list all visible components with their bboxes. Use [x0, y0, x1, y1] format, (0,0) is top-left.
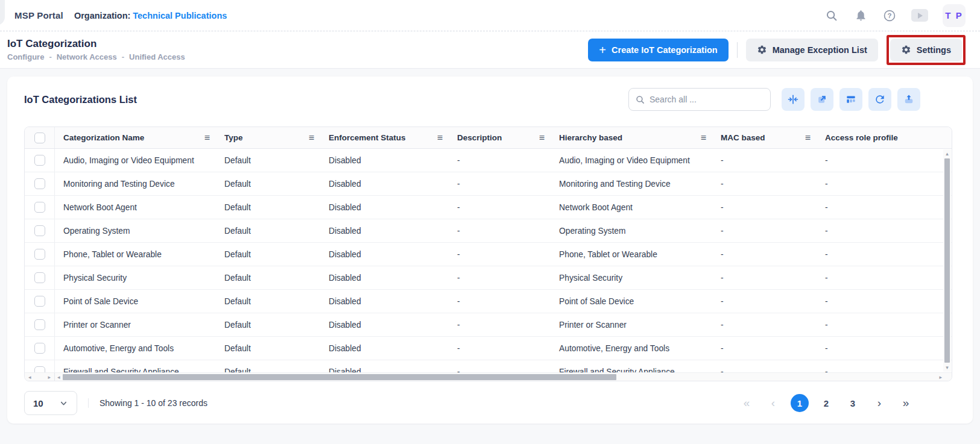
- settings-button[interactable]: Settings: [890, 39, 962, 61]
- scroll-left-icon[interactable]: ◂: [28, 373, 31, 381]
- cell-type: Default: [216, 180, 320, 189]
- gear-icon: [901, 45, 911, 55]
- create-iot-categorization-button[interactable]: + Create IoT Categorization: [588, 39, 728, 61]
- column-menu-icon[interactable]: ≡: [539, 133, 545, 143]
- row-checkbox-cell: [25, 196, 55, 219]
- bell-icon[interactable]: [853, 8, 868, 23]
- cell-name: Phone, Tablet or Wearable: [55, 250, 216, 259]
- row-checkbox[interactable]: [34, 225, 45, 236]
- row-checkbox-cell: [25, 149, 55, 172]
- export-icon[interactable]: [897, 88, 920, 111]
- search-icon: [635, 95, 645, 105]
- table-row[interactable]: Physical SecurityDefaultDisabled-Physica…: [25, 266, 952, 290]
- column-header-label: MAC based: [721, 133, 765, 142]
- avatar[interactable]: T P: [943, 4, 966, 27]
- row-checkbox[interactable]: [34, 272, 45, 283]
- cell-hierarchy: Phone, Tablet or Wearable: [551, 250, 712, 259]
- refresh-icon[interactable]: [868, 88, 891, 111]
- column-menu-icon[interactable]: ≡: [805, 133, 811, 143]
- column-menu-icon[interactable]: ≡: [204, 133, 210, 143]
- column-header[interactable]: Description≡: [449, 133, 551, 143]
- cell-mac: -: [712, 344, 817, 353]
- horizontal-scrollbar-thumb[interactable]: [63, 374, 617, 380]
- cell-status: Disabled: [320, 320, 449, 330]
- column-header[interactable]: Categorization Name≡: [55, 133, 216, 143]
- row-checkbox[interactable]: [34, 249, 45, 260]
- row-checkbox[interactable]: [34, 155, 45, 166]
- column-header[interactable]: MAC based≡: [712, 133, 817, 143]
- table-row[interactable]: Firewall and Security ApplianceDefaultDi…: [25, 360, 952, 373]
- page-size-value: 10: [33, 398, 43, 408]
- cell-description: -: [449, 344, 551, 353]
- column-menu-icon[interactable]: ≡: [309, 133, 314, 143]
- open-in-new-icon[interactable]: [811, 88, 833, 111]
- table-row[interactable]: Operating SystemDefaultDisabled-Operatin…: [25, 219, 952, 243]
- cell-status: Disabled: [320, 227, 449, 236]
- column-header[interactable]: Enforcement Status≡: [320, 133, 449, 143]
- row-checkbox[interactable]: [34, 178, 45, 189]
- cell-hierarchy: Printer or Scanner: [551, 320, 712, 330]
- cell-hierarchy: Network Boot Agent: [551, 203, 712, 212]
- scroll-left-icon[interactable]: ◂: [57, 373, 60, 381]
- help-icon[interactable]: ?: [882, 8, 897, 23]
- previous-page-button: ‹: [764, 394, 782, 412]
- video-tutorial-icon[interactable]: [911, 9, 928, 22]
- cell-mac: -: [712, 250, 817, 259]
- cell-description: -: [449, 203, 551, 212]
- scroll-down-icon[interactable]: ▾: [946, 363, 949, 372]
- cell-description: -: [449, 274, 551, 283]
- cell-name: Automotive, Energy and Tools: [55, 344, 216, 353]
- collapse-columns-icon[interactable]: [782, 88, 805, 111]
- row-checkbox[interactable]: [34, 296, 45, 307]
- row-checkbox[interactable]: [34, 319, 45, 330]
- scroll-up-icon[interactable]: ▴: [946, 149, 949, 158]
- search-box[interactable]: [628, 88, 771, 111]
- row-checkbox[interactable]: [34, 202, 45, 213]
- columns-icon[interactable]: [839, 88, 862, 111]
- breadcrumb-item[interactable]: Network Access: [57, 52, 117, 61]
- column-header[interactable]: Access role profile: [817, 133, 949, 142]
- table-row[interactable]: Network Boot AgentDefaultDisabled-Networ…: [25, 196, 952, 219]
- cell-name: Operating System: [55, 227, 216, 236]
- cell-access: -: [817, 250, 949, 259]
- page-button[interactable]: 3: [844, 394, 862, 412]
- divider: [737, 42, 738, 58]
- column-menu-icon[interactable]: ≡: [701, 133, 706, 143]
- page-button[interactable]: 1: [791, 394, 809, 412]
- table-row[interactable]: Automotive, Energy and ToolsDefaultDisab…: [25, 337, 952, 360]
- cell-mac: -: [712, 297, 817, 306]
- scroll-right-icon[interactable]: ▸: [48, 373, 51, 381]
- table-row[interactable]: Point of Sale DeviceDefaultDisabled-Poin…: [25, 290, 952, 313]
- manage-exception-list-button[interactable]: Manage Exception List: [746, 39, 878, 61]
- table-row[interactable]: Phone, Tablet or WearableDefaultDisabled…: [25, 243, 952, 266]
- last-page-button[interactable]: »: [897, 394, 915, 412]
- vertical-scrollbar-thumb[interactable]: [944, 158, 950, 363]
- search-input[interactable]: [650, 95, 764, 104]
- cell-access: -: [817, 227, 949, 236]
- search-icon[interactable]: [824, 8, 839, 23]
- cell-type: Default: [216, 156, 320, 165]
- scroll-right-icon[interactable]: ▸: [939, 373, 942, 381]
- select-all-checkbox[interactable]: [34, 133, 45, 143]
- frozen-column-scrollbar[interactable]: ◂ ▸: [25, 373, 55, 381]
- table-row[interactable]: Printer or ScannerDefaultDisabled-Printe…: [25, 313, 952, 337]
- table-row[interactable]: Audio, Imaging or Video EquipmentDefault…: [25, 149, 952, 172]
- table-row[interactable]: Monitoring and Testing DeviceDefaultDisa…: [25, 172, 952, 196]
- breadcrumb-item[interactable]: Configure: [7, 52, 44, 61]
- cell-hierarchy: Monitoring and Testing Device: [551, 180, 712, 189]
- horizontal-scrollbar[interactable]: ◂ ▸ ◂ ▸: [25, 372, 952, 381]
- column-menu-icon[interactable]: ≡: [437, 133, 443, 143]
- column-header[interactable]: Type≡: [216, 133, 320, 143]
- row-checkbox[interactable]: [34, 343, 45, 354]
- column-header[interactable]: Hierarchy based≡: [551, 133, 712, 143]
- breadcrumb-separator: -: [122, 52, 124, 61]
- page-size-select[interactable]: 10: [24, 391, 77, 415]
- next-page-button[interactable]: ›: [870, 394, 888, 412]
- vertical-scrollbar[interactable]: ▴ ▾: [943, 149, 951, 372]
- cell-hierarchy: Physical Security: [551, 274, 712, 283]
- breadcrumb-item[interactable]: Unified Access: [129, 52, 185, 61]
- organization-link[interactable]: Technical Publications: [133, 11, 227, 20]
- row-checkbox-cell: [25, 337, 55, 360]
- page-button[interactable]: 2: [817, 394, 835, 412]
- nav-edge: [0, 0, 5, 25]
